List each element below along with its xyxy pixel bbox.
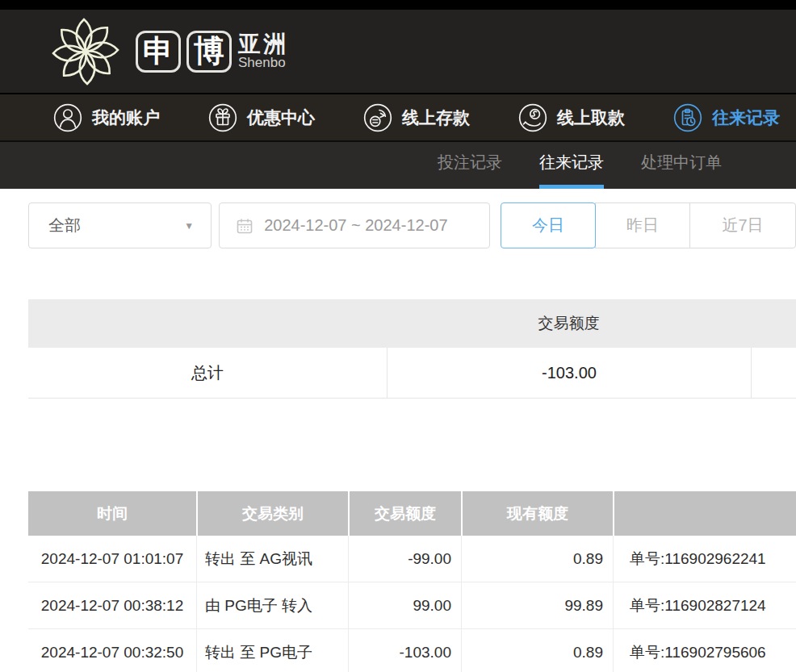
cell-order: 单号:116902795606 — [613, 629, 796, 672]
nav-item-label: 线上存款 — [402, 106, 470, 129]
withdraw-icon — [518, 103, 547, 132]
nav-item-promotions[interactable]: 优惠中心 — [208, 103, 315, 132]
tab-processing-orders[interactable]: 处理中订单 — [641, 142, 722, 189]
cell-amount: -99.00 — [348, 536, 461, 582]
header-type: 交易类别 — [196, 491, 348, 536]
cell-type: 转出 至 AG视讯 — [196, 536, 348, 582]
type-dropdown[interactable]: 全部 ▼ — [28, 202, 212, 248]
tab-transaction-records[interactable]: 往来记录 — [539, 142, 604, 189]
records-table: 时间 交易类别 交易额度 现有额度 2024-12-07 01:01:07 转出… — [28, 491, 796, 672]
today-button[interactable]: 今日 — [501, 202, 596, 248]
header-balance: 现有额度 — [461, 491, 613, 536]
deposit-icon — [363, 103, 392, 132]
type-dropdown-value: 全部 — [48, 215, 81, 236]
quick-date-buttons: 今日 昨日 近7日 — [501, 202, 796, 248]
summary-table: 交易额度 总计 -103.00 — [28, 299, 796, 399]
cell-time: 2024-12-07 01:01:07 — [28, 536, 196, 582]
summary-header-amount: 交易额度 — [387, 313, 751, 334]
chevron-down-icon: ▼ — [184, 220, 194, 232]
cell-amount: -103.00 — [348, 629, 461, 672]
logo-bar: 申 博 亚洲 Shenbo — [0, 10, 796, 94]
brand-logo: 申 博 — [136, 31, 232, 73]
header-time: 时间 — [28, 491, 196, 536]
records-icon — [673, 103, 702, 132]
summary-total-row: 总计 -103.00 — [28, 348, 796, 399]
nav-item-label: 我的账户 — [92, 106, 160, 129]
brand-char-2: 博 — [186, 31, 232, 73]
brand-subtitle: Shenbo — [238, 56, 288, 70]
table-row: 2024-12-07 00:32:50 转出 至 PG电子 -103.00 0.… — [28, 629, 796, 672]
brand-flower-icon — [48, 15, 123, 89]
nav-item-online-deposit[interactable]: 线上存款 — [363, 103, 470, 132]
nav-item-label: 线上取款 — [557, 106, 625, 129]
calendar-icon — [236, 217, 253, 235]
summary-total-label: 总计 — [28, 362, 387, 384]
summary-total-amount: -103.00 — [387, 348, 751, 399]
summary-header-row: 交易额度 — [28, 299, 796, 348]
nav-item-label: 优惠中心 — [247, 106, 315, 129]
main-nav: 我的账户 优惠中心 线上存款 — [0, 94, 796, 142]
cell-type: 由 PG电子 转入 — [196, 582, 348, 628]
header-amount: 交易额度 — [348, 491, 461, 536]
table-row: 2024-12-07 01:01:07 转出 至 AG视讯 -99.00 0.8… — [28, 536, 796, 582]
last-7-days-button[interactable]: 近7日 — [689, 202, 796, 248]
date-range-value: 2024-12-07 ~ 2024-12-07 — [264, 216, 447, 235]
cell-time: 2024-12-07 00:32:50 — [28, 629, 196, 672]
cell-balance: 0.89 — [461, 629, 613, 672]
nav-item-label: 往来记录 — [712, 106, 780, 129]
top-black-strip — [0, 0, 796, 10]
brand-region: 亚洲 — [238, 32, 288, 56]
tab-betting-records[interactable]: 投注记录 — [438, 142, 502, 189]
cell-balance: 99.89 — [461, 582, 613, 628]
nav-item-transaction-records[interactable]: 往来记录 — [673, 103, 780, 132]
cell-order: 单号:116902962241 — [613, 536, 796, 582]
date-range-input[interactable]: 2024-12-07 ~ 2024-12-07 — [219, 202, 490, 248]
records-header-row: 时间 交易类别 交易额度 现有额度 — [28, 491, 796, 536]
cell-time: 2024-12-07 00:38:12 — [28, 582, 196, 628]
cell-order: 单号:116902827124 — [613, 582, 796, 628]
promotions-icon — [208, 103, 237, 132]
cell-amount: 99.00 — [348, 582, 461, 628]
nav-item-my-account[interactable]: 我的账户 — [53, 103, 160, 132]
cell-balance: 0.89 — [461, 536, 613, 582]
header-order — [613, 491, 796, 536]
nav-item-online-withdraw[interactable]: 线上取款 — [518, 103, 625, 132]
page: 申 博 亚洲 Shenbo 我的账户 优惠中心 — [0, 0, 796, 672]
yesterday-button[interactable]: 昨日 — [595, 202, 690, 248]
account-icon — [53, 103, 82, 132]
sub-tab-bar: 投注记录 往来记录 处理中订单 — [0, 142, 796, 189]
cell-type: 转出 至 PG电子 — [196, 629, 348, 672]
table-row: 2024-12-07 00:38:12 由 PG电子 转入 99.00 99.8… — [28, 582, 796, 629]
filter-row: 全部 ▼ 2024-12-07 ~ 2024-12-07 今日 昨日 近7日 — [0, 189, 796, 248]
brand-char-1: 申 — [136, 31, 181, 73]
